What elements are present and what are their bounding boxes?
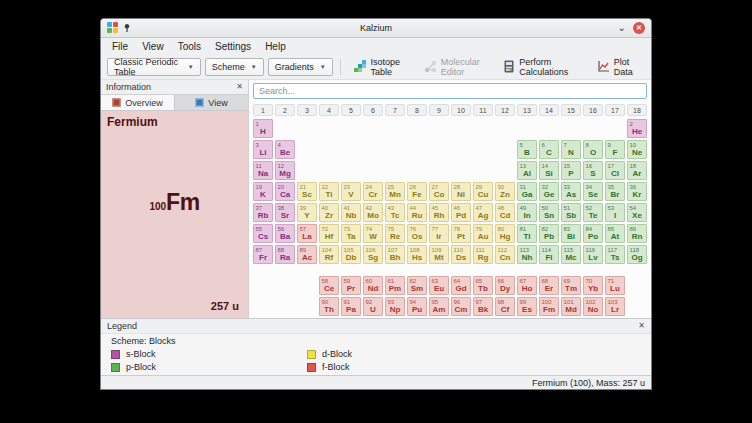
element-dy[interactable]: 66Dy [495,276,515,295]
element-he[interactable]: 2He [627,119,647,138]
element-mg[interactable]: 12Mg [275,161,295,180]
element-pd[interactable]: 46Pd [451,203,471,222]
element-ar[interactable]: 18Ar [627,161,647,180]
element-nb[interactable]: 41Nb [341,203,361,222]
menu-item-settings[interactable]: Settings [208,39,258,54]
pin-icon[interactable] [122,19,132,37]
element-pm[interactable]: 61Pm [385,276,405,295]
element-p[interactable]: 15P [561,161,581,180]
tab-overview[interactable]: Overview [101,95,175,110]
element-br[interactable]: 35Br [605,182,625,201]
element-ni[interactable]: 28Ni [451,182,471,201]
element-pb[interactable]: 82Pb [539,224,559,243]
element-ca[interactable]: 20Ca [275,182,295,201]
element-mo[interactable]: 42Mo [363,203,383,222]
element-ag[interactable]: 47Ag [473,203,493,222]
element-au[interactable]: 79Au [473,224,493,243]
titlebar[interactable]: Kalzium ⌄ ✕ [101,19,651,38]
element-ho[interactable]: 67Ho [517,276,537,295]
element-os[interactable]: 76Os [407,224,427,243]
element-hg[interactable]: 80Hg [495,224,515,243]
element-li[interactable]: 3Li [253,140,273,159]
element-cr[interactable]: 24Cr [363,182,383,201]
element-pu[interactable]: 94Pu [407,297,427,316]
element-hf[interactable]: 72Hf [319,224,339,243]
element-pa[interactable]: 91Pa [341,297,361,316]
element-si[interactable]: 14Si [539,161,559,180]
element-cm[interactable]: 96Cm [451,297,471,316]
element-rn[interactable]: 86Rn [627,224,647,243]
element-c[interactable]: 6C [539,140,559,159]
element-ne[interactable]: 10Ne [627,140,647,159]
element-s[interactable]: 16S [583,161,603,180]
element-be[interactable]: 4Be [275,140,295,159]
element-rg[interactable]: 111Rg [473,245,493,264]
element-hs[interactable]: 108Hs [407,245,427,264]
element-la[interactable]: 57La [297,224,317,243]
table-type-selector[interactable]: Classic Periodic Table ▼ [107,58,201,76]
element-fe[interactable]: 26Fe [407,182,427,201]
plot-data-button[interactable]: Plot Data [592,55,645,79]
menu-item-view[interactable]: View [135,39,171,54]
element-db[interactable]: 105Db [341,245,361,264]
element-yb[interactable]: 70Yb [583,276,603,295]
element-fr[interactable]: 87Fr [253,245,273,264]
scheme-selector[interactable]: Scheme ▼ [205,58,264,76]
element-md[interactable]: 101Md [561,297,581,316]
element-th[interactable]: 90Th [319,297,339,316]
element-ds[interactable]: 110Ds [451,245,471,264]
perform-calculations-button[interactable]: Perform Calculations [498,55,588,79]
element-sb[interactable]: 51Sb [561,203,581,222]
element-og[interactable]: 118Og [627,245,647,264]
element-eu[interactable]: 63Eu [429,276,449,295]
element-v[interactable]: 23V [341,182,361,201]
element-lv[interactable]: 116Lv [583,245,603,264]
element-b[interactable]: 5B [517,140,537,159]
element-gd[interactable]: 64Gd [451,276,471,295]
element-pt[interactable]: 78Pt [451,224,471,243]
element-tl[interactable]: 81Tl [517,224,537,243]
element-kr[interactable]: 36Kr [627,182,647,201]
shade-button[interactable]: ⌄ [618,24,626,32]
isotope-table-button[interactable]: Isotope Table [348,55,415,79]
element-bi[interactable]: 83Bi [561,224,581,243]
element-cd[interactable]: 48Cd [495,203,515,222]
dock-close-icon[interactable]: ✕ [236,83,243,91]
element-n[interactable]: 7N [561,140,581,159]
element-po[interactable]: 84Po [583,224,603,243]
legend-close-icon[interactable]: ✕ [638,322,645,330]
element-fm[interactable]: 100Fm [539,297,559,316]
element-np[interactable]: 93Np [385,297,405,316]
close-button[interactable]: ✕ [633,22,645,34]
element-ta[interactable]: 73Ta [341,224,361,243]
element-mc[interactable]: 115Mc [561,245,581,264]
element-zn[interactable]: 30Zn [495,182,515,201]
element-lu[interactable]: 71Lu [605,276,625,295]
element-ru[interactable]: 44Ru [407,203,427,222]
element-sr[interactable]: 38Sr [275,203,295,222]
tab-view[interactable]: View [175,95,248,110]
element-f[interactable]: 9F [605,140,625,159]
element-ba[interactable]: 56Ba [275,224,295,243]
element-o[interactable]: 8O [583,140,603,159]
gradients-selector[interactable]: Gradients ▼ [268,58,333,76]
element-al[interactable]: 13Al [517,161,537,180]
element-sg[interactable]: 106Sg [363,245,383,264]
element-bh[interactable]: 107Bh [385,245,405,264]
element-nd[interactable]: 60Nd [363,276,383,295]
element-es[interactable]: 99Es [517,297,537,316]
element-cf[interactable]: 98Cf [495,297,515,316]
element-sc[interactable]: 21Sc [297,182,317,201]
element-te[interactable]: 52Te [583,203,603,222]
element-zr[interactable]: 40Zr [319,203,339,222]
element-ts[interactable]: 117Ts [605,245,625,264]
element-cn[interactable]: 112Cn [495,245,515,264]
element-sn[interactable]: 50Sn [539,203,559,222]
element-h[interactable]: 1H [253,119,273,138]
element-tc[interactable]: 43Tc [385,203,405,222]
element-cl[interactable]: 17Cl [605,161,625,180]
menu-item-file[interactable]: File [105,39,135,54]
element-ge[interactable]: 32Ge [539,182,559,201]
element-i[interactable]: 53I [605,203,625,222]
element-w[interactable]: 74W [363,224,383,243]
